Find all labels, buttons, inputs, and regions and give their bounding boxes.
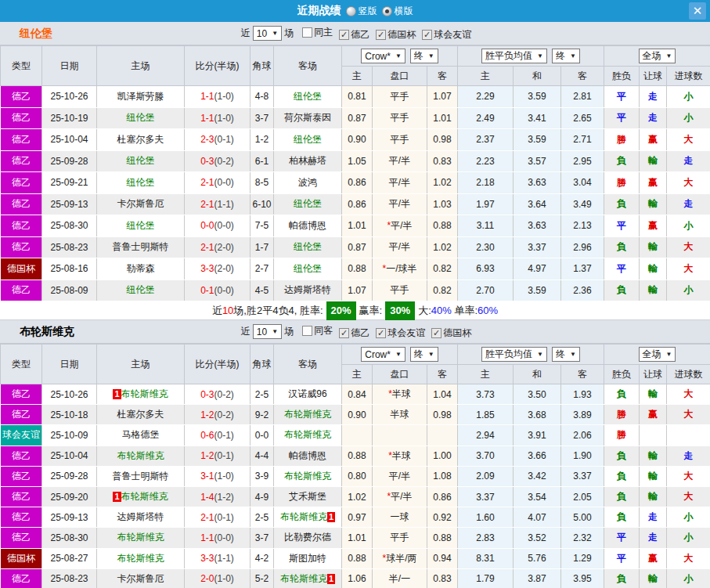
radio-circle-icon[interactable] — [346, 6, 356, 16]
chevron-down-icon: ▼ — [537, 351, 543, 358]
cell-away-team: 帕德博恩 — [274, 215, 342, 237]
cell-corner: 5-2 — [250, 568, 274, 588]
avg-time-select[interactable]: 终▼ — [552, 49, 580, 63]
checkbox-checked-icon[interactable]: ✓ — [339, 328, 349, 338]
team-label: 布轮斯维克 — [284, 471, 331, 482]
cell-avg-draw: 4.07 — [514, 507, 561, 528]
cell-score: 0-3(0-2) — [185, 384, 250, 405]
radio-circle-selected-icon[interactable] — [382, 6, 392, 16]
half-score: (1-0) — [214, 113, 234, 124]
cell-result: 負 — [604, 236, 640, 258]
filter-checkbox[interactable]: ✓德国杯 — [431, 326, 471, 340]
cell-handicap — [373, 425, 427, 446]
cell-avg-away: 2.13 — [561, 215, 604, 237]
checkbox-checked-icon[interactable]: ✓ — [339, 30, 349, 40]
recent-results-panel: 近期战绩 竖版 横版 ✕ 纽伦堡 近 10 ▼ 场 同主✓德乙✓德国杯✓球会友谊 — [0, 0, 710, 588]
cell-avg-away: 1.93 — [561, 384, 604, 405]
radio-vertical-layout[interactable]: 竖版 — [346, 5, 377, 18]
cell-match-type: 德乙 — [1, 528, 42, 548]
chevron-down-icon: ▼ — [570, 52, 576, 60]
cell-let-ball: 走 — [640, 528, 667, 548]
cell-match-type: 德乙 — [1, 236, 42, 258]
filter-row: 纽伦堡 近 10 ▼ 场 同主✓德乙✓德国杯✓球会友谊 — [0, 22, 710, 45]
cell-avg-away: 3.37 — [561, 466, 604, 486]
scope-select[interactable]: 全场▼ — [639, 347, 676, 362]
checkbox-checked-icon[interactable]: ✓ — [422, 30, 432, 40]
team-label: 布轮斯维克 — [121, 491, 168, 502]
cell-let-ball: 走 — [640, 507, 667, 528]
cell-result: 負 — [604, 150, 640, 172]
team-label: 布轮斯维克 — [117, 450, 164, 461]
avg-odds-select[interactable]: 胜平负均值▼ — [481, 49, 547, 63]
filter-checkbox[interactable]: 同主 — [302, 26, 333, 39]
filter-checkbox[interactable]: ✓球会友谊 — [376, 326, 425, 340]
match-row: 德乙25-10-261布轮斯维克0-3(0-2)2-5汉诺威960.84*半球1… — [1, 384, 710, 405]
team-label: 布轮斯维克 — [284, 409, 331, 420]
col-away: 客场 — [274, 46, 342, 86]
match-row: 德国杯25-08-27布轮斯维克3-3(1-1)4-2斯图加特0.88*球半/两… — [1, 548, 710, 568]
cell-avg-away: 3.04 — [561, 172, 604, 194]
cell-handicap: *球半/两 — [373, 548, 427, 568]
page-title: 近期战绩 — [297, 4, 341, 18]
cell-corner: 3-9 — [250, 466, 274, 486]
checkbox-checked-icon[interactable]: ✓ — [376, 328, 386, 338]
odds-time-select[interactable]: 终▼ — [410, 49, 438, 63]
cell-odds-home: 0.97 — [342, 507, 373, 528]
full-score: 1-1 — [200, 532, 214, 543]
checkbox-checked-icon[interactable]: ✓ — [376, 30, 386, 40]
col-avg-away: 客 — [561, 67, 604, 86]
checkbox-label: 同客 — [314, 324, 333, 337]
cell-home-team: 普鲁士明斯特 — [97, 466, 185, 486]
filter-checkbox[interactable]: ✓德乙 — [339, 28, 369, 41]
full-score: 2-3 — [200, 134, 214, 145]
cell-home-team: 纽伦堡 — [97, 107, 185, 129]
col-home: 主场 — [97, 345, 185, 384]
cell-result: 負 — [604, 568, 640, 588]
cell-goals: 大 — [667, 129, 710, 151]
cell-odds-away: 1.02 — [427, 236, 458, 258]
cell-avg-home: 2.70 — [458, 280, 514, 301]
checkbox-checked-icon[interactable]: ✓ — [431, 328, 441, 338]
cell-score: 2-3(0-1) — [185, 129, 250, 151]
match-row: 德乙25-10-26凯泽斯劳滕1-1(1-0)4-8纽伦堡0.81平手1.072… — [1, 86, 710, 108]
team-label: 斯图加特 — [289, 553, 326, 564]
cell-away-team: 荷尔斯泰因 — [274, 107, 342, 129]
cell-avg-draw: 4.97 — [514, 258, 561, 280]
cell-match-type: 德国杯 — [1, 548, 42, 568]
cell-result: 負 — [604, 486, 640, 507]
cell-goals: 走 — [667, 150, 710, 172]
cell-away-team: 布轮斯维克 — [274, 425, 342, 446]
filter-checkbox[interactable]: ✓德乙 — [339, 326, 369, 340]
avg-time-select[interactable]: 终▼ — [552, 347, 580, 362]
close-icon[interactable]: ✕ — [689, 2, 706, 20]
cell-odds-home: 0.90 — [342, 405, 373, 425]
filter-checkbox[interactable]: 同客 — [302, 324, 333, 337]
cell-match-type: 德乙 — [1, 86, 42, 108]
cell-odds-away: 0.88 — [427, 215, 458, 237]
match-count-select[interactable]: 10 ▼ — [253, 26, 282, 41]
filter-checkbox[interactable]: ✓德国杯 — [376, 28, 416, 41]
cell-away-team: 斯图加特 — [274, 548, 342, 568]
odds-time-select[interactable]: 终▼ — [410, 347, 438, 362]
odds-company-select[interactable]: Crow*▼ — [361, 49, 405, 63]
radio-horizontal-layout[interactable]: 横版 — [382, 5, 413, 18]
checkbox-label: 德乙 — [351, 326, 369, 340]
filter-checkbox[interactable]: ✓球会友谊 — [422, 28, 471, 41]
checkbox-unchecked-icon[interactable] — [302, 326, 312, 336]
cell-result: 平 — [604, 258, 640, 280]
cell-away-team: 纽伦堡 — [274, 236, 342, 258]
col-odds-home: 主 — [342, 67, 373, 86]
cell-result: 勝 — [604, 405, 640, 425]
cell-home-team: 杜塞尔多夫 — [97, 405, 185, 425]
scope-select[interactable]: 全场▼ — [639, 49, 676, 63]
chevron-down-icon: ▼ — [666, 351, 672, 358]
cell-corner: 4-4 — [250, 446, 274, 466]
full-score: 3-3 — [200, 263, 214, 274]
cell-date: 25-08-27 — [42, 548, 97, 568]
cell-avg-home: 2.18 — [458, 172, 514, 194]
odds-company-select[interactable]: Crow*▼ — [361, 347, 405, 362]
cell-avg-away: 2.05 — [561, 486, 604, 507]
avg-odds-select[interactable]: 胜平负均值▼ — [481, 347, 547, 362]
match-count-select[interactable]: 10 ▼ — [253, 324, 282, 339]
checkbox-unchecked-icon[interactable] — [302, 27, 312, 38]
